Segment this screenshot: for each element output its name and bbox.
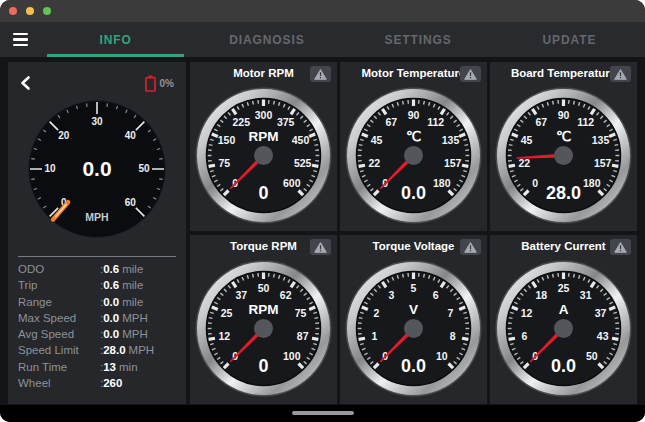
svg-text:℃: ℃ xyxy=(556,129,571,144)
svg-text:0.0: 0.0 xyxy=(82,157,111,180)
window-minimize-button[interactable] xyxy=(26,7,34,15)
gauge-dial: 075150225300375450525600RPM0 xyxy=(190,82,337,229)
tab-label: DIAGNOSIS xyxy=(229,33,304,47)
warning-indicator[interactable] xyxy=(460,66,481,82)
gauge-dial: 022456790112135157180℃0.0 xyxy=(340,82,487,229)
svg-text:℃: ℃ xyxy=(406,129,421,144)
stat-row-avg-speed: Avg Speed:0.0MPH xyxy=(18,326,176,342)
stat-row-max-speed: Max Speed:0.0MPH xyxy=(18,310,176,326)
tab-bar: INFODIAGNOSISSETTINGSUPDATE xyxy=(0,22,645,57)
svg-text:525: 525 xyxy=(294,157,312,169)
hamburger-menu-button[interactable] xyxy=(0,22,40,57)
warning-indicator[interactable] xyxy=(610,66,631,82)
svg-text:75: 75 xyxy=(218,157,230,169)
stat-value: 28.0 xyxy=(103,344,125,356)
svg-text:67: 67 xyxy=(535,116,547,128)
home-indicator[interactable] xyxy=(292,411,354,415)
svg-text:0.0: 0.0 xyxy=(551,356,576,376)
stat-label: Run Time xyxy=(18,359,100,375)
stat-unit: MPH xyxy=(122,328,148,340)
svg-text:50: 50 xyxy=(258,282,270,294)
warning-indicator[interactable] xyxy=(460,239,481,255)
svg-text:157: 157 xyxy=(444,157,462,169)
warning-icon xyxy=(614,69,627,80)
svg-text:1: 1 xyxy=(371,330,377,342)
svg-text:22: 22 xyxy=(518,157,530,169)
stat-row-range: Range:0.0mile xyxy=(18,294,176,310)
svg-text:0.0: 0.0 xyxy=(401,356,426,376)
stat-value-group: :0.6mile xyxy=(100,277,143,293)
svg-text:90: 90 xyxy=(408,109,420,121)
svg-text:225: 225 xyxy=(233,116,251,128)
battery-icon xyxy=(145,75,156,92)
window-maximize-button[interactable] xyxy=(43,7,51,15)
hamburger-icon xyxy=(13,33,28,36)
svg-text:7: 7 xyxy=(448,307,454,319)
stat-value-group: :28.0MPH xyxy=(100,342,154,358)
tab-settings[interactable]: SETTINGS xyxy=(343,22,494,57)
tab-label: SETTINGS xyxy=(385,33,452,47)
stat-row-trip: Trip:0.6mile xyxy=(18,277,176,293)
stat-row-run-time: Run Time:13min xyxy=(18,359,176,375)
window-close-button[interactable] xyxy=(9,7,17,15)
stat-value: 0.0 xyxy=(103,312,119,324)
svg-text:10: 10 xyxy=(44,163,56,174)
svg-text:600: 600 xyxy=(283,177,301,189)
svg-text:6: 6 xyxy=(521,330,527,342)
stat-value: 13 xyxy=(103,361,116,373)
speedometer-dial: 01020304050600.0MPH xyxy=(8,95,186,245)
gauge-dial: 0612182531374350A0.0 xyxy=(490,255,637,402)
tab-diagnosis[interactable]: DIAGNOSIS xyxy=(191,22,342,57)
svg-text:112: 112 xyxy=(577,116,594,128)
warning-icon xyxy=(464,242,477,253)
svg-text:RPM: RPM xyxy=(249,129,279,144)
stats-list: ODO:0.6mileTrip:0.6mileRange:0.0mileMax … xyxy=(8,261,186,391)
svg-text:450: 450 xyxy=(292,134,310,146)
speedometer: 01020304050600.0MPH xyxy=(8,95,186,245)
stat-value: 0.0 xyxy=(103,296,119,308)
svg-text:90: 90 xyxy=(558,109,570,121)
tab-info[interactable]: INFO xyxy=(40,22,191,57)
tab-update[interactable]: UPDATE xyxy=(494,22,645,57)
stat-label: Trip xyxy=(18,277,100,293)
warning-indicator[interactable] xyxy=(310,66,331,82)
gauge-dial: 012253750627587100RPM0 xyxy=(190,255,337,402)
svg-text:8: 8 xyxy=(450,330,456,342)
svg-text:28.0: 28.0 xyxy=(546,183,581,203)
svg-text:37: 37 xyxy=(235,289,247,301)
stat-label: Max Speed xyxy=(18,310,100,326)
warning-indicator[interactable] xyxy=(310,239,331,255)
svg-text:100: 100 xyxy=(283,350,301,362)
svg-text:135: 135 xyxy=(442,134,460,146)
svg-text:18: 18 xyxy=(535,289,547,301)
vehicle-summary-panel: 0% 01020304050600.0MPH ODO:0.6mileTrip:0… xyxy=(8,62,186,404)
chevron-left-icon xyxy=(20,75,31,91)
svg-text:87: 87 xyxy=(297,330,309,342)
warning-icon xyxy=(464,69,477,80)
stat-unit: mile xyxy=(122,296,143,308)
back-button[interactable] xyxy=(20,75,31,91)
svg-text:45: 45 xyxy=(371,134,383,146)
svg-text:10: 10 xyxy=(436,350,448,362)
stat-unit: mile xyxy=(122,263,143,275)
stat-unit: MPH xyxy=(122,312,148,324)
svg-text:V: V xyxy=(409,302,418,317)
stat-value: 0.0 xyxy=(103,328,119,340)
svg-text:0.0: 0.0 xyxy=(401,183,426,203)
svg-text:A: A xyxy=(559,302,569,317)
stat-value: 260 xyxy=(103,377,122,389)
svg-text:50: 50 xyxy=(586,350,598,362)
svg-text:3: 3 xyxy=(388,289,394,301)
gauge-card-battery-current: Battery Current0612182531374350A0.0 xyxy=(490,235,637,404)
gauge-dial: 022456790112135157180℃28.0 xyxy=(490,82,637,229)
warning-indicator[interactable] xyxy=(610,239,631,255)
stat-unit: mile xyxy=(122,279,143,291)
warning-icon xyxy=(314,69,327,80)
bottom-bar xyxy=(0,405,645,422)
stat-value: 0.6 xyxy=(103,279,119,291)
svg-text:62: 62 xyxy=(280,289,292,301)
svg-text:45: 45 xyxy=(521,134,533,146)
svg-text:2: 2 xyxy=(374,307,380,319)
svg-text:43: 43 xyxy=(597,330,609,342)
tab-label: INFO xyxy=(99,33,131,47)
